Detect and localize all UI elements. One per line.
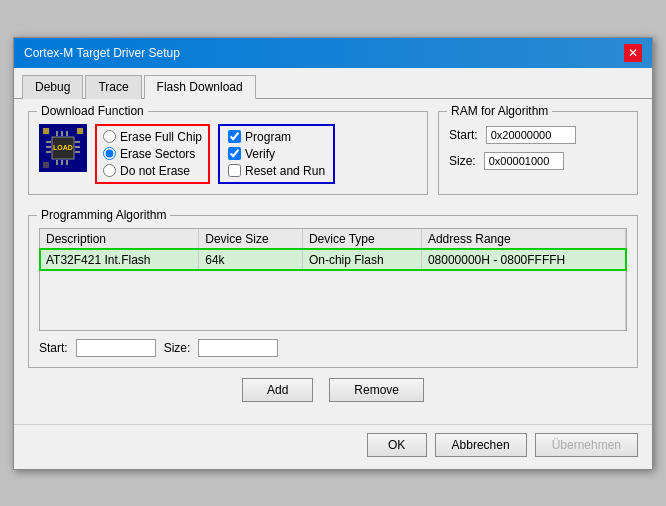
ram-row: Start: (449, 126, 627, 144)
top-groups: Download Function LOAD (28, 111, 638, 205)
erase-options-box: Erase Full Chip Erase Sectors Do not Era… (95, 124, 210, 184)
svg-rect-10 (61, 131, 63, 136)
title-bar: Cortex-M Target Driver Setup ✕ (14, 38, 652, 68)
erase-full-chip-radio[interactable] (103, 130, 116, 143)
ram-for-algorithm-group: RAM for Algorithm Start: Size: (438, 111, 638, 195)
ram-size-row: Size: (449, 152, 627, 170)
col-device-type: Device Type (302, 229, 421, 250)
svg-rect-12 (56, 160, 58, 165)
algo-table-header: Description Device Size Device Type Addr… (40, 229, 626, 250)
download-function-group: Download Function LOAD (28, 111, 428, 195)
table-row-empty-1 (40, 270, 626, 290)
do-not-erase-radio[interactable] (103, 164, 116, 177)
check-verify[interactable]: Verify (228, 147, 325, 161)
verify-checkbox[interactable] (228, 147, 241, 160)
ok-button[interactable]: OK (367, 433, 427, 457)
svg-rect-15 (43, 128, 49, 134)
download-inner: LOAD (39, 124, 417, 184)
main-window: Cortex-M Target Driver Setup ✕ Debug Tra… (13, 37, 653, 470)
svg-rect-17 (43, 162, 49, 168)
tab-bar: Debug Trace Flash Download (14, 68, 652, 99)
programming-algorithm-group: Programming Algorithm Description Device… (28, 215, 638, 368)
svg-rect-14 (66, 160, 68, 165)
erase-sectors-radio[interactable] (103, 147, 116, 160)
algo-group-title: Programming Algorithm (37, 208, 170, 222)
tab-debug[interactable]: Debug (22, 75, 83, 99)
reset-run-checkbox[interactable] (228, 164, 241, 177)
col-description: Description (40, 229, 199, 250)
algo-start-label: Start: (39, 341, 68, 355)
close-button[interactable]: ✕ (624, 44, 642, 62)
svg-rect-13 (61, 160, 63, 165)
svg-rect-7 (75, 146, 80, 148)
ram-group-title: RAM for Algorithm (447, 104, 552, 118)
remove-button[interactable]: Remove (329, 378, 424, 402)
svg-rect-9 (56, 131, 58, 136)
main-content: Download Function LOAD (14, 99, 652, 424)
radio-erase-full-chip[interactable]: Erase Full Chip (103, 130, 202, 144)
erase-sectors-label: Erase Sectors (120, 147, 195, 161)
svg-rect-4 (46, 146, 51, 148)
svg-rect-8 (75, 151, 80, 153)
svg-rect-16 (77, 128, 83, 134)
cell-address-range: 08000000H - 0800FFFFH (421, 249, 625, 270)
algo-size-label: Size: (164, 341, 191, 355)
tab-flash-download[interactable]: Flash Download (144, 75, 256, 99)
table-row-empty-2 (40, 290, 626, 310)
col-address-range: Address Range (421, 229, 625, 250)
chip-svg: LOAD (42, 127, 84, 169)
tab-trace[interactable]: Trace (85, 75, 141, 99)
download-function-title: Download Function (37, 104, 148, 118)
algo-start-input[interactable] (76, 339, 156, 357)
action-buttons: Add Remove (28, 378, 638, 402)
svg-rect-3 (46, 141, 51, 143)
reset-run-label: Reset and Run (245, 164, 325, 178)
radio-erase-sectors[interactable]: Erase Sectors (103, 147, 202, 161)
cell-device-type: On-chip Flash (302, 249, 421, 270)
program-checkbox[interactable] (228, 130, 241, 143)
cell-device-size: 64k (199, 249, 303, 270)
check-program[interactable]: Program (228, 130, 325, 144)
svg-rect-6 (75, 141, 80, 143)
program-options-box: Program Verify Reset and Run (218, 124, 335, 184)
svg-rect-11 (66, 131, 68, 136)
algo-start-size-row: Start: Size: (39, 339, 627, 357)
ram-start-label: Start: (449, 128, 478, 142)
svg-rect-5 (46, 151, 51, 153)
program-label: Program (245, 130, 291, 144)
apply-button[interactable]: Übernehmen (535, 433, 638, 457)
table-row[interactable]: AT32F421 Int.Flash 64k On-chip Flash 080… (40, 249, 626, 270)
cancel-button[interactable]: Abbrechen (435, 433, 527, 457)
ram-size-label: Size: (449, 154, 476, 168)
col-device-size: Device Size (199, 229, 303, 250)
do-not-erase-label: Do not Erase (120, 164, 190, 178)
check-reset-run[interactable]: Reset and Run (228, 164, 325, 178)
svg-text:LOAD: LOAD (53, 144, 73, 151)
footer-bar: OK Abbrechen Übernehmen (14, 424, 652, 469)
algo-table-outer: Description Device Size Device Type Addr… (39, 228, 627, 331)
table-row-empty-3 (40, 310, 626, 330)
ram-start-input[interactable] (486, 126, 576, 144)
verify-label: Verify (245, 147, 275, 161)
cell-description: AT32F421 Int.Flash (40, 249, 199, 270)
load-icon: LOAD (39, 124, 87, 172)
erase-full-chip-label: Erase Full Chip (120, 130, 202, 144)
ram-size-input[interactable] (484, 152, 564, 170)
algo-table: Description Device Size Device Type Addr… (40, 229, 626, 330)
window-title: Cortex-M Target Driver Setup (24, 46, 180, 60)
radio-do-not-erase[interactable]: Do not Erase (103, 164, 202, 178)
algo-size-input[interactable] (198, 339, 278, 357)
add-button[interactable]: Add (242, 378, 313, 402)
